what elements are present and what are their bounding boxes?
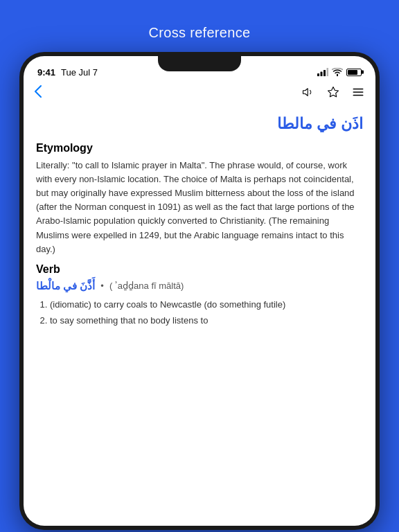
device-screen: 9:41 Tue Jul 7	[24, 56, 375, 526]
verb-heading: Verb	[36, 263, 363, 276]
svg-marker-4	[328, 87, 339, 96]
wifi-icon	[332, 68, 343, 76]
nav-icons	[302, 86, 364, 101]
back-button[interactable]	[35, 85, 42, 101]
definition-item-1: (idiomatic) to carry coals to Newcastle …	[50, 298, 363, 312]
content-area: اذَن في مالطا Etymology Literally: "to c…	[24, 107, 375, 526]
definitions-list: (idiomatic) to carry coals to Newcastle …	[36, 298, 363, 328]
page-title: Cross reference	[149, 25, 251, 41]
battery-icon	[346, 69, 362, 76]
verb-bullet: •	[100, 281, 104, 291]
status-date: Tue Jul 7	[61, 67, 98, 78]
svg-rect-0	[317, 73, 319, 76]
menu-icon[interactable]	[352, 86, 364, 101]
star-icon[interactable]	[327, 86, 339, 101]
svg-rect-3	[327, 68, 329, 76]
signal-icon	[317, 68, 328, 76]
speaker-icon[interactable]	[302, 86, 314, 101]
definition-item-2: to say something that no body listens to	[50, 314, 363, 328]
svg-rect-2	[323, 70, 326, 76]
status-time: 9:41	[37, 67, 55, 78]
verb-arabic: أَذَّنَ في مالْطا	[36, 280, 95, 292]
svg-rect-1	[321, 72, 323, 77]
nav-bar	[24, 82, 375, 107]
device-notch	[158, 56, 241, 71]
arabic-title: اذَن في مالطا	[36, 114, 363, 135]
verb-phonetic: ( ʾaḏḏana fī māltā)	[109, 281, 184, 291]
status-icons	[317, 68, 362, 76]
etymology-text: Literally: "to call to Islamic prayer in…	[36, 159, 363, 256]
etymology-heading: Etymology	[36, 142, 363, 154]
device-frame: 9:41 Tue Jul 7	[19, 52, 380, 530]
